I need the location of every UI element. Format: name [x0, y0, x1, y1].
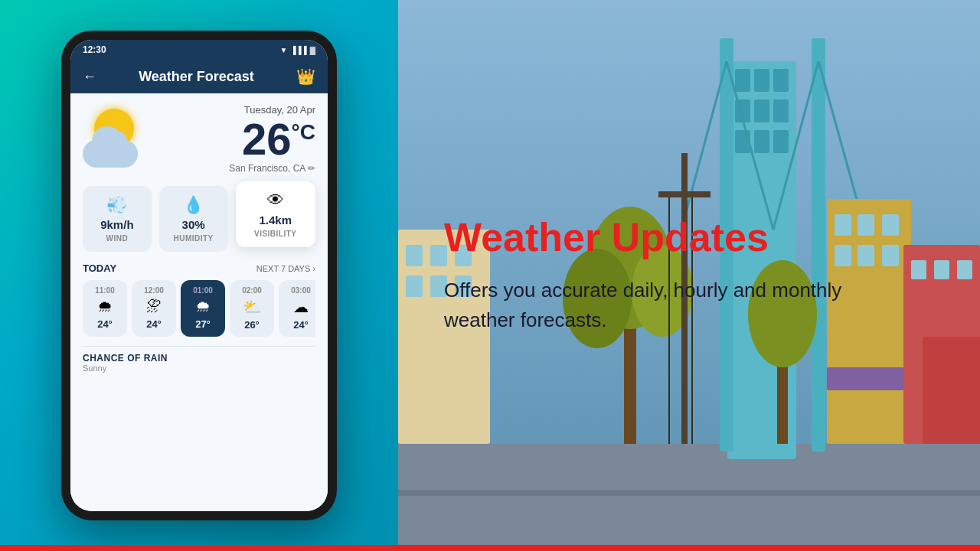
hour-card-4[interactable]: 03:00 ☁ 24°: [279, 280, 315, 337]
wind-icon: 💨: [106, 195, 127, 215]
wind-card: 💨 9km/h WIND: [83, 186, 152, 252]
hour-card-2[interactable]: 01:00 🌧 27°: [181, 280, 225, 337]
svg-rect-2: [398, 490, 980, 496]
right-panel: Weather Updates Offers you accurate dail…: [398, 0, 980, 551]
svg-rect-29: [934, 260, 949, 279]
hour-temp-4: 24°: [293, 319, 309, 331]
svg-rect-11: [754, 130, 769, 153]
bottom-bar: [0, 545, 980, 551]
status-icons: ▼ ▐▐▐ ▓: [280, 46, 315, 54]
back-button[interactable]: ←: [83, 69, 96, 85]
hour-temp-0: 24°: [97, 318, 113, 330]
visibility-value: 1.4km: [259, 214, 292, 227]
svg-rect-26: [827, 367, 911, 390]
left-panel: 12:30 ▼ ▐▐▐ ▓ ← Weather Forecast 👑: [0, 0, 398, 551]
battery-icon: ▓: [310, 46, 315, 54]
temperature-display: 26°C: [152, 117, 315, 161]
hour-temp-3: 26°: [244, 319, 260, 331]
stats-row: 💨 9km/h WIND 💧 30% HUMIDITY 👁 1.4km: [83, 186, 315, 252]
today-header: TODAY NEXT 7 DAYS ›: [83, 262, 315, 274]
svg-rect-9: [773, 99, 789, 122]
app-header: ← Weather Forecast 👑: [70, 60, 328, 93]
cloud-icon: [83, 140, 138, 168]
visibility-label: VISIBILITY: [254, 230, 297, 238]
visibility-icon: 👁: [267, 191, 284, 210]
hour-icon-0: 🌧: [97, 298, 113, 315]
hour-temp-1: 24°: [146, 318, 162, 330]
wind-value: 9km/h: [100, 218, 133, 231]
rain-label: CHANCE OF RAIN: [83, 353, 315, 364]
hour-time-4: 03:00: [291, 286, 311, 295]
hour-time-1: 12:00: [144, 286, 164, 295]
weather-temp-info: Tuesday, 20 Apr 26°C San Francisco, CA ✏: [152, 104, 315, 174]
status-bar: 12:30 ▼ ▐▐▐ ▓: [70, 40, 328, 60]
phone-screen: 12:30 ▼ ▐▐▐ ▓ ← Weather Forecast 👑: [70, 40, 328, 511]
humidity-icon: 💧: [183, 195, 204, 215]
weather-updates-title: Weather Updates: [444, 216, 888, 259]
rain-sublabel: Sunny: [83, 364, 315, 373]
visibility-card: 👁 1.4km VISIBILITY: [236, 181, 316, 247]
svg-rect-6: [773, 69, 789, 92]
crown-icon: 👑: [296, 67, 315, 86]
right-content: Weather Updates Offers you accurate dail…: [398, 185, 934, 365]
wind-label: WIND: [106, 234, 129, 243]
hour-icon-3: ⛅: [243, 298, 262, 316]
svg-rect-5: [754, 69, 769, 92]
hour-card-3[interactable]: 02:00 ⛅ 26°: [230, 280, 274, 337]
svg-rect-8: [754, 99, 769, 122]
temp-unit: °C: [292, 120, 315, 144]
phone-frame: 12:30 ▼ ▐▐▐ ▓ ← Weather Forecast 👑: [61, 31, 337, 520]
signal-icon: ▐▐▐: [290, 46, 306, 54]
humidity-label: HUMIDITY: [173, 234, 213, 243]
weather-icon-large: [83, 105, 152, 174]
status-time: 12:30: [83, 44, 106, 55]
weather-content: Tuesday, 20 Apr 26°C San Francisco, CA ✏…: [70, 93, 328, 511]
svg-rect-1: [398, 444, 980, 551]
wifi-icon: ▼: [280, 46, 288, 54]
hour-card-0[interactable]: 11:00 🌧 24°: [83, 280, 127, 337]
hour-time-2: 01:00: [193, 286, 213, 295]
rain-section: CHANCE OF RAIN Sunny: [83, 346, 315, 373]
svg-rect-12: [773, 130, 789, 153]
location-text: San Francisco, CA ✏: [152, 163, 315, 174]
hour-temp-2: 27°: [195, 318, 211, 330]
next7-link[interactable]: NEXT 7 DAYS ›: [256, 264, 315, 273]
svg-rect-30: [957, 260, 972, 279]
temp-value: 26: [242, 114, 292, 164]
hour-time-3: 02:00: [242, 286, 262, 295]
today-label: TODAY: [83, 262, 116, 274]
humidity-card: 💧 30% HUMIDITY: [159, 186, 228, 252]
hour-card-1[interactable]: 12:00 ⛈ 24°: [132, 280, 176, 337]
hour-time-0: 11:00: [95, 286, 115, 295]
humidity-value: 30%: [182, 218, 205, 231]
hour-icon-4: ☁: [293, 298, 309, 316]
weather-updates-description: Offers you accurate daily, hourly and mo…: [444, 276, 888, 335]
hour-icon-1: ⛈: [146, 298, 162, 315]
weather-main: Tuesday, 20 Apr 26°C San Francisco, CA ✏: [83, 104, 315, 174]
app-title: Weather Forecast: [139, 69, 254, 85]
hourly-scroll: 11:00 🌧 24° 12:00 ⛈ 24° 01:00 🌧 27: [83, 280, 315, 337]
phone-mockup: 12:30 ▼ ▐▐▐ ▓ ← Weather Forecast 👑: [61, 31, 337, 520]
hour-icon-2: 🌧: [195, 298, 211, 315]
svg-rect-4: [735, 69, 750, 92]
